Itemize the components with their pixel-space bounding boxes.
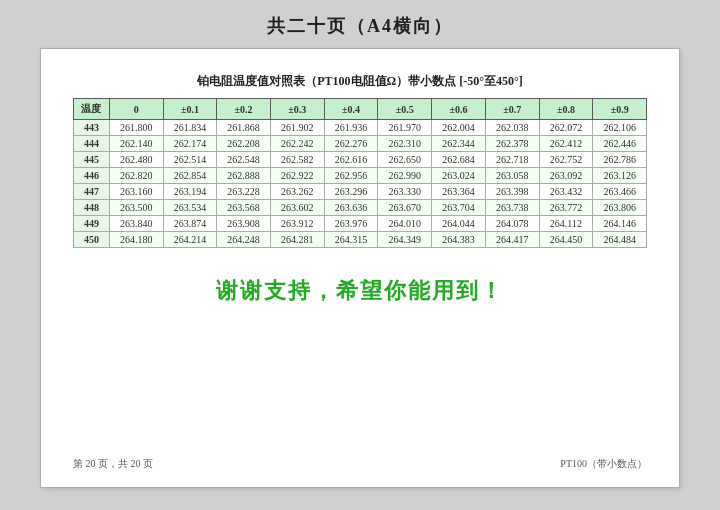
table-cell-value: 263.738 xyxy=(485,200,539,216)
table-cell-temperature: 449 xyxy=(74,216,110,232)
table-cell-value: 264.180 xyxy=(109,232,163,248)
table-cell-value: 262.106 xyxy=(593,120,647,136)
table-cell-value: 263.364 xyxy=(432,184,486,200)
table-cell-value: 263.228 xyxy=(217,184,271,200)
table-cell-value: 263.976 xyxy=(324,216,378,232)
page-title: 共二十页（A4横向） xyxy=(267,0,453,48)
table-cell-value: 261.834 xyxy=(163,120,217,136)
table-cell-value: 262.344 xyxy=(432,136,486,152)
table-cell-value: 263.806 xyxy=(593,200,647,216)
table-column-header: ±0.8 xyxy=(539,99,593,120)
page-footer: 第 20 页，共 20 页 PT100（带小数点） xyxy=(73,453,647,471)
table-cell-value: 264.214 xyxy=(163,232,217,248)
table-cell-value: 261.800 xyxy=(109,120,163,136)
table-cell-value: 263.704 xyxy=(432,200,486,216)
table-column-header: ±0.2 xyxy=(217,99,271,120)
table-cell-value: 264.044 xyxy=(432,216,486,232)
table-cell-value: 263.330 xyxy=(378,184,432,200)
table-cell-value: 262.684 xyxy=(432,152,486,168)
table-cell-value: 264.417 xyxy=(485,232,539,248)
table-column-header: ±0.6 xyxy=(432,99,486,120)
table-cell-value: 264.146 xyxy=(593,216,647,232)
table-cell-value: 263.874 xyxy=(163,216,217,232)
table-cell-value: 262.174 xyxy=(163,136,217,152)
table-row: 446262.820262.854262.888262.922262.95626… xyxy=(74,168,647,184)
table-cell-temperature: 445 xyxy=(74,152,110,168)
table-cell-value: 263.534 xyxy=(163,200,217,216)
table-cell-value: 263.568 xyxy=(217,200,271,216)
table-cell-value: 262.922 xyxy=(270,168,324,184)
table-cell-value: 262.412 xyxy=(539,136,593,152)
table-cell-value: 262.582 xyxy=(270,152,324,168)
table-row: 450264.180264.214264.248264.281264.31526… xyxy=(74,232,647,248)
table-cell-value: 263.840 xyxy=(109,216,163,232)
table-cell-value: 263.262 xyxy=(270,184,324,200)
table-cell-value: 264.349 xyxy=(378,232,432,248)
table-cell-value: 262.140 xyxy=(109,136,163,152)
table-cell-temperature: 443 xyxy=(74,120,110,136)
table-cell-value: 264.112 xyxy=(539,216,593,232)
table-column-header: ±0.3 xyxy=(270,99,324,120)
table-cell-value: 263.908 xyxy=(217,216,271,232)
table-column-header: ±0.1 xyxy=(163,99,217,120)
table-cell-value: 262.548 xyxy=(217,152,271,168)
table-cell-value: 263.092 xyxy=(539,168,593,184)
table-cell-value: 262.276 xyxy=(324,136,378,152)
table-cell-value: 262.242 xyxy=(270,136,324,152)
table-cell-value: 264.315 xyxy=(324,232,378,248)
table-cell-temperature: 446 xyxy=(74,168,110,184)
table-cell-value: 263.466 xyxy=(593,184,647,200)
table-cell-value: 264.383 xyxy=(432,232,486,248)
table-column-header: 温度 xyxy=(74,99,110,120)
table-cell-value: 264.078 xyxy=(485,216,539,232)
table-cell-value: 262.514 xyxy=(163,152,217,168)
table-cell-value: 262.990 xyxy=(378,168,432,184)
table-cell-value: 263.602 xyxy=(270,200,324,216)
data-table: 温度0±0.1±0.2±0.3±0.4±0.5±0.6±0.7±0.8±0.9 … xyxy=(73,98,647,248)
table-cell-value: 261.936 xyxy=(324,120,378,136)
table-cell-value: 264.450 xyxy=(539,232,593,248)
table-cell-value: 263.058 xyxy=(485,168,539,184)
table-cell-value: 262.378 xyxy=(485,136,539,152)
table-cell-value: 264.010 xyxy=(378,216,432,232)
table-cell-value: 262.820 xyxy=(109,168,163,184)
table-title: 铂电阻温度值对照表（PT100电阻值Ω）带小数点 [-50°至450°] xyxy=(73,73,647,90)
table-row: 449263.840263.874263.908263.912263.97626… xyxy=(74,216,647,232)
table-row: 445262.480262.514262.548262.582262.61626… xyxy=(74,152,647,168)
table-cell-value: 263.296 xyxy=(324,184,378,200)
table-cell-value: 263.670 xyxy=(378,200,432,216)
table-cell-value: 263.636 xyxy=(324,200,378,216)
table-cell-value: 262.888 xyxy=(217,168,271,184)
footer-right: PT100（带小数点） xyxy=(560,457,647,471)
table-column-header: 0 xyxy=(109,99,163,120)
table-cell-value: 263.432 xyxy=(539,184,593,200)
table-cell-value: 262.650 xyxy=(378,152,432,168)
table-cell-value: 263.194 xyxy=(163,184,217,200)
table-cell-value: 262.956 xyxy=(324,168,378,184)
table-cell-value: 261.868 xyxy=(217,120,271,136)
table-column-header: ±0.5 xyxy=(378,99,432,120)
table-cell-value: 262.310 xyxy=(378,136,432,152)
table-cell-value: 262.616 xyxy=(324,152,378,168)
table-cell-value: 262.854 xyxy=(163,168,217,184)
table-cell-value: 263.912 xyxy=(270,216,324,232)
table-cell-value: 263.160 xyxy=(109,184,163,200)
table-cell-value: 262.038 xyxy=(485,120,539,136)
table-column-header: ±0.7 xyxy=(485,99,539,120)
table-cell-value: 263.126 xyxy=(593,168,647,184)
table-column-header: ±0.9 xyxy=(593,99,647,120)
footer-left: 第 20 页，共 20 页 xyxy=(73,457,153,471)
table-cell-value: 263.024 xyxy=(432,168,486,184)
table-cell-value: 264.484 xyxy=(593,232,647,248)
table-column-header: ±0.4 xyxy=(324,99,378,120)
table-row: 443261.800261.834261.868261.902261.93626… xyxy=(74,120,647,136)
table-cell-value: 262.480 xyxy=(109,152,163,168)
table-cell-value: 261.970 xyxy=(378,120,432,136)
table-cell-temperature: 450 xyxy=(74,232,110,248)
table-cell-value: 264.281 xyxy=(270,232,324,248)
table-row: 444262.140262.174262.208262.242262.27626… xyxy=(74,136,647,152)
table-cell-value: 263.398 xyxy=(485,184,539,200)
table-cell-value: 262.446 xyxy=(593,136,647,152)
table-cell-temperature: 444 xyxy=(74,136,110,152)
table-cell-value: 261.902 xyxy=(270,120,324,136)
